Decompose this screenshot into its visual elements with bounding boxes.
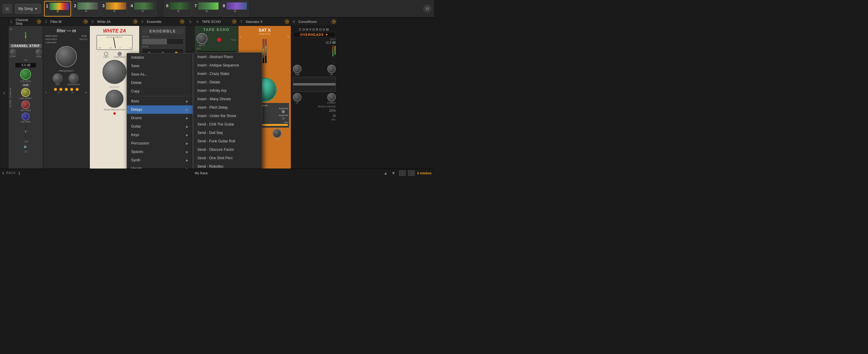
cs-gain-knob[interactable] — [36, 49, 41, 55]
cr-fader[interactable] — [293, 77, 336, 92]
sat-x-output-knob[interactable] — [273, 129, 281, 138]
channel-slot-2[interactable]: 2 ⏻ — [72, 1, 99, 16]
cs-sub-label: SUB — [22, 83, 30, 87]
cs-mid-freq-knob[interactable] — [22, 101, 30, 109]
sub-one-shot-perc[interactable]: Send - One Shot Perc — [193, 154, 262, 162]
sub-crazy-stabs[interactable]: Insert - Crazy Stabs — [193, 70, 262, 78]
ctx-synth[interactable]: Synth ▶ — [127, 156, 193, 164]
ctx-save[interactable]: Save — [127, 62, 193, 70]
bottom-bar: ℹ RACK 1 My Rack ▲ ▼ ← → ii mixbox — [0, 169, 434, 177]
channel-slot-6[interactable]: 6 ⏻ — [164, 1, 192, 16]
sub-abstract-piano[interactable]: Insert - Abstract Piano — [193, 53, 262, 61]
channel-strip-panel: 1 Channel Strip ⏻ SIDE CHAIN IN CHANNEL … — [8, 17, 43, 169]
te-title: TAPE ECHO — [203, 28, 229, 32]
sub-obscure-factor[interactable]: Send - Obscure Factor — [193, 145, 262, 154]
ensemble-power[interactable]: ⏻ — [180, 20, 184, 24]
cs-mid-freq-wrap: MID FREQ — [21, 101, 31, 111]
cr-display[interactable]: OVERHEADS ▼ — [293, 32, 336, 37]
cr-stereo-knob[interactable] — [327, 93, 336, 101]
ctx-delete[interactable]: Delete — [127, 78, 193, 87]
cs-low-shelf-knob[interactable] — [21, 88, 30, 97]
ctx-percussion-label: Percussion — [131, 141, 149, 145]
channel-slot-8[interactable]: 8 ⏻ — [221, 1, 248, 16]
sat-x-power[interactable]: ⏻ — [285, 20, 289, 24]
bottom-nav-down[interactable]: ▼ — [390, 171, 397, 176]
settings-button[interactable]: ⚙ — [423, 4, 432, 13]
cs-gr-label: GR — [24, 59, 27, 61]
ctx-bass[interactable]: Bass ▶ — [127, 97, 193, 105]
slot-num-8: 8 — [223, 4, 225, 8]
channel-slot-3[interactable]: 3 ⏻ — [101, 1, 128, 16]
song-selector[interactable]: My Song ▼ — [15, 4, 41, 13]
ctx-keys[interactable]: Keys ▶ — [127, 131, 193, 139]
ctx-save-as[interactable]: Save As... — [127, 70, 193, 78]
fm-overdrive-knob[interactable] — [69, 73, 79, 83]
slot-num-3: 3 — [102, 4, 104, 8]
fm-res-knob[interactable] — [53, 73, 62, 83]
ctx-percussion[interactable]: Percussion ▶ — [127, 139, 193, 147]
channel-slot-1[interactable]: 1 ⏻ — [44, 1, 71, 16]
bottom-info-icon[interactable]: ℹ — [2, 171, 4, 175]
cr-hp-label: HP — [330, 73, 333, 76]
channel-slot-4[interactable]: 4 ⏻ — [129, 1, 156, 16]
cr-lp-knob[interactable] — [293, 93, 301, 101]
convoroom-power[interactable]: ⏻ — [332, 20, 336, 24]
cs-eq-icon[interactable]: ≡ — [24, 150, 27, 154]
ctx-vocals[interactable]: Vocals ▶ — [127, 164, 193, 169]
cs-mid-gain-knob[interactable] — [22, 113, 30, 120]
fm-main-knob[interactable] — [56, 46, 77, 67]
fm-bar-6: 6 — [45, 92, 47, 94]
channel-slot-7[interactable]: 7 ⏻ — [193, 1, 220, 16]
cr-hp-knob[interactable] — [327, 65, 336, 73]
sub-funk-guitar-roll[interactable]: Send - Funk Guitar Roll — [193, 137, 262, 145]
ctx-initialize[interactable]: Initialize — [127, 53, 193, 62]
filter-m-power[interactable]: ⏻ — [84, 20, 88, 24]
ensemble-drive-fader[interactable] — [142, 39, 184, 44]
sub-many-ghosts[interactable]: Insert - Many Ghosts — [193, 95, 262, 103]
sub-delate[interactable]: Insert - Delate — [193, 78, 262, 86]
tape-echo-power[interactable]: ⏻ — [232, 20, 236, 24]
sub-under-shore[interactable]: Insert - Under the Shore — [193, 112, 262, 120]
sub-antique-sequence[interactable]: Insert - Antique Sequence — [193, 61, 262, 70]
fm-dot-2[interactable] — [59, 88, 62, 91]
sub-dull-seq[interactable]: Send - Dull Seq — [193, 129, 262, 137]
ctx-delays[interactable]: Delays ▶ — [127, 105, 193, 114]
white2a-output-knob[interactable] — [105, 90, 124, 108]
fm-dot-5[interactable] — [76, 88, 79, 91]
cs-fader[interactable] — [25, 124, 27, 139]
white2a-main-knob[interactable] — [102, 60, 127, 84]
cr-mix-icon[interactable]: ⊟ — [333, 113, 336, 118]
bottom-forward-btn[interactable]: → — [408, 170, 415, 176]
channel-strip-power[interactable]: ⏻ — [37, 20, 41, 24]
cr-time-knob[interactable] — [293, 65, 301, 73]
white2a-name: White 2A — [97, 20, 132, 24]
fm-overdrive-label: OVERDRIVE — [67, 83, 80, 85]
ctx-guitar[interactable]: Guitar ▶ — [127, 122, 193, 131]
white2a-limit-btn[interactable]: LIMIT — [103, 52, 109, 58]
sub-pitch-delay[interactable]: insert - Pitch Delay — [193, 103, 262, 112]
cs-db-display: -5.6 dB — [15, 63, 36, 68]
cs-speaker-icon[interactable]: 🔈 — [24, 144, 28, 148]
slot-thumb-8 — [226, 2, 247, 10]
fm-dot-1[interactable] — [54, 88, 57, 91]
fm-frequency-label: FREQUENCY — [45, 70, 87, 72]
ctx-drums[interactable]: Drums ▶ — [127, 114, 193, 122]
white2a-power[interactable]: ⏻ — [133, 20, 137, 24]
cr-out-label: OUT — [330, 38, 336, 41]
sat-x-push-pull-btn[interactable] — [282, 110, 285, 113]
sat-x-push-pull2-btn[interactable] — [282, 117, 285, 120]
cs-sub-freq-knob[interactable] — [20, 69, 31, 80]
cs-comp-knob-wrap: COMP — [10, 49, 16, 58]
fm-dot-4[interactable] — [70, 88, 73, 91]
sub-robotiko[interactable]: Send - Robotiko — [193, 162, 262, 169]
sub-infinity-arp[interactable]: Insert - Infinity Arp — [193, 86, 262, 95]
ctx-copy[interactable]: Copy — [127, 87, 193, 96]
bottom-nav-up[interactable]: ▲ — [382, 171, 389, 176]
white2a-compress-btn[interactable]: COMPRESS — [114, 52, 126, 58]
cs-comp-knob[interactable] — [10, 49, 16, 55]
fm-dot-3[interactable] — [65, 88, 68, 91]
te-input-knob[interactable] — [196, 33, 207, 44]
sub-chill-guitar[interactable]: Send - Chill The Guitar — [193, 120, 262, 129]
bottom-back-btn[interactable]: ← — [399, 170, 406, 176]
ctx-spaces[interactable]: Spaces ▶ — [127, 147, 193, 156]
